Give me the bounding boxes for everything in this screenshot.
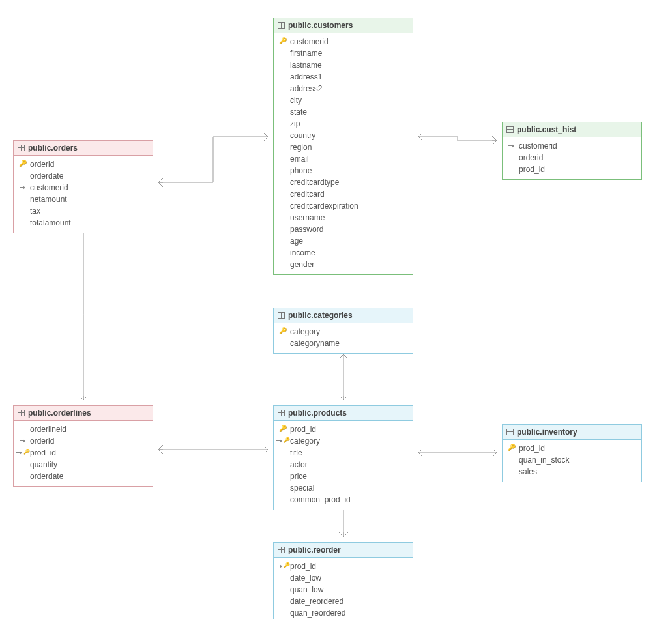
column-orderdate[interactable]: orderdate xyxy=(15,170,151,182)
column-price[interactable]: price xyxy=(275,470,411,482)
entity-orderlines[interactable]: public.orderlinesorderlineidorderid🔑prod… xyxy=(13,405,153,487)
primary-key-icon: 🔑 xyxy=(508,442,516,453)
foreign-key-icon: 🔑 xyxy=(276,561,290,571)
entity-header[interactable]: public.orderlines xyxy=(14,406,153,421)
column-categoryname[interactable]: categoryname xyxy=(275,338,411,349)
column-netamount[interactable]: netamount xyxy=(15,194,151,205)
foreign-key-icon: 🔑 xyxy=(276,436,290,446)
column-orderlineid[interactable]: orderlineid xyxy=(15,424,151,435)
column-firstname[interactable]: firstname xyxy=(275,48,411,59)
column-country[interactable]: country xyxy=(275,130,411,141)
entity-products[interactable]: public.products🔑prod_id🔑categorytitleact… xyxy=(273,405,413,510)
column-actor[interactable]: actor xyxy=(275,459,411,470)
column-category[interactable]: 🔑category xyxy=(275,435,411,447)
column-creditcardtype[interactable]: creditcardtype xyxy=(275,177,411,188)
table-icon xyxy=(278,410,285,416)
column-name: prod_id xyxy=(519,443,545,453)
entity-header[interactable]: public.categories xyxy=(274,308,413,323)
column-quan_reordered[interactable]: quan_reordered xyxy=(275,607,411,619)
column-totalamount[interactable]: totalamount xyxy=(15,217,151,229)
column-prod_id[interactable]: 🔑prod_id xyxy=(275,560,411,572)
entity-columns: customeridorderidprod_id xyxy=(503,137,641,179)
column-name: password xyxy=(290,224,323,235)
column-customerid[interactable]: customerid xyxy=(15,182,151,194)
column-sales[interactable]: sales xyxy=(504,466,640,478)
entity-cust_hist[interactable]: public.cust_histcustomeridorderidprod_id xyxy=(502,122,642,180)
erd-canvas: public.customers🔑customeridfirstnamelast… xyxy=(0,0,672,619)
column-quan_in_stock[interactable]: quan_in_stock xyxy=(504,454,640,466)
column-name: age xyxy=(290,236,303,246)
column-customerid[interactable]: customerid xyxy=(504,140,640,152)
column-name: quantity xyxy=(30,459,57,470)
column-orderid[interactable]: orderid xyxy=(504,152,640,164)
column-state[interactable]: state xyxy=(275,106,411,118)
primary-key-icon: 🔑 xyxy=(19,158,27,169)
entity-inventory[interactable]: public.inventory🔑prod_idquan_in_stocksal… xyxy=(502,424,642,482)
entity-columns: 🔑prod_idquan_in_stocksales xyxy=(503,440,641,482)
table-icon xyxy=(278,312,285,319)
column-address1[interactable]: address1 xyxy=(275,71,411,83)
column-name: creditcardtype xyxy=(290,177,339,188)
column-age[interactable]: age xyxy=(275,235,411,247)
entity-title: public.products xyxy=(288,409,347,418)
entity-orders[interactable]: public.orders🔑orderidorderdatecustomerid… xyxy=(13,140,153,233)
column-creditcard[interactable]: creditcard xyxy=(275,188,411,200)
column-orderdate[interactable]: orderdate xyxy=(15,470,151,482)
column-name: orderid xyxy=(519,152,543,163)
column-customerid[interactable]: 🔑customerid xyxy=(275,36,411,48)
column-common_prod_id[interactable]: common_prod_id xyxy=(275,494,411,506)
column-prod_id[interactable]: 🔑prod_id xyxy=(275,424,411,435)
column-address2[interactable]: address2 xyxy=(275,83,411,94)
table-icon xyxy=(18,145,25,151)
column-name: phone xyxy=(290,166,312,176)
column-zip[interactable]: zip xyxy=(275,118,411,130)
column-orderid[interactable]: 🔑orderid xyxy=(15,158,151,170)
column-name: price xyxy=(290,471,307,482)
column-prod_id[interactable]: 🔑prod_id xyxy=(504,442,640,454)
column-name: quan_in_stock xyxy=(519,455,569,465)
column-username[interactable]: username xyxy=(275,212,411,223)
column-city[interactable]: city xyxy=(275,94,411,106)
column-quan_low[interactable]: quan_low xyxy=(275,584,411,596)
column-quantity[interactable]: quantity xyxy=(15,459,151,470)
entity-title: public.categories xyxy=(288,311,353,320)
column-email[interactable]: email xyxy=(275,153,411,165)
column-prod_id[interactable]: prod_id xyxy=(504,164,640,175)
column-region[interactable]: region xyxy=(275,141,411,153)
entity-header[interactable]: public.orders xyxy=(14,141,153,156)
column-prod_id[interactable]: 🔑prod_id xyxy=(15,447,151,459)
entity-header[interactable]: public.inventory xyxy=(503,425,641,440)
column-tax[interactable]: tax xyxy=(15,205,151,217)
column-date_reordered[interactable]: date_reordered xyxy=(275,596,411,607)
entity-title: public.reorder xyxy=(288,545,341,554)
table-icon xyxy=(18,410,25,416)
entity-customers[interactable]: public.customers🔑customeridfirstnamelast… xyxy=(273,18,413,275)
column-gender[interactable]: gender xyxy=(275,259,411,270)
entity-header[interactable]: public.cust_hist xyxy=(503,122,641,137)
column-name: lastname xyxy=(290,60,322,70)
column-name: creditcard xyxy=(290,189,325,199)
column-creditcardexpiration[interactable]: creditcardexpiration xyxy=(275,200,411,212)
column-name: username xyxy=(290,212,325,223)
column-orderid[interactable]: orderid xyxy=(15,435,151,447)
column-name: date_low xyxy=(290,573,321,583)
column-name: totalamount xyxy=(30,218,71,228)
column-phone[interactable]: phone xyxy=(275,165,411,177)
column-income[interactable]: income xyxy=(275,247,411,259)
entity-reorder[interactable]: public.reorder🔑prod_iddate_lowquan_lowda… xyxy=(273,542,413,619)
entity-header[interactable]: public.products xyxy=(274,406,413,421)
entity-categories[interactable]: public.categories🔑categorycategoryname xyxy=(273,308,413,354)
column-name: city xyxy=(290,95,302,106)
column-category[interactable]: 🔑category xyxy=(275,326,411,338)
column-password[interactable]: password xyxy=(275,223,411,235)
column-name: date_reordered xyxy=(290,596,343,607)
column-date_low[interactable]: date_low xyxy=(275,572,411,584)
column-lastname[interactable]: lastname xyxy=(275,59,411,71)
column-name: prod_id xyxy=(30,448,56,458)
column-title[interactable]: title xyxy=(275,447,411,459)
column-special[interactable]: special xyxy=(275,482,411,494)
entity-header[interactable]: public.reorder xyxy=(274,543,413,558)
entity-title: public.inventory xyxy=(517,427,577,437)
entity-header[interactable]: public.customers xyxy=(274,18,413,33)
entity-title: public.orderlines xyxy=(28,409,91,418)
